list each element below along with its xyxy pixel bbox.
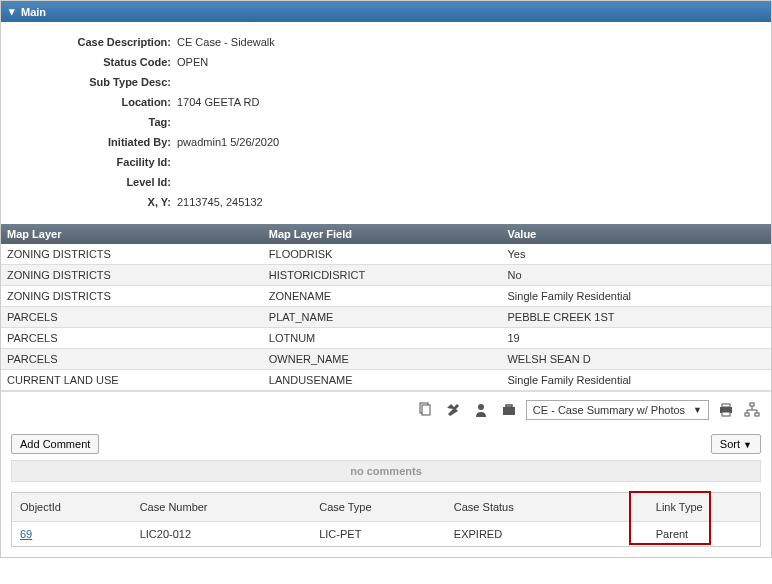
- sort-button[interactable]: Sort ▼: [711, 434, 761, 454]
- svg-rect-4: [506, 405, 512, 407]
- detail-row: Sub Type Desc:: [17, 72, 755, 92]
- caret-down-icon: ▼: [743, 440, 752, 450]
- detail-label: Case Description:: [17, 36, 177, 48]
- detail-label: Facility Id:: [17, 156, 177, 168]
- table-row: PARCELSOWNER_NAMEWELSH SEAN D: [1, 349, 771, 370]
- linked-cases-grid: ObjectId Case Number Case Type Case Stat…: [12, 493, 760, 546]
- detail-value: OPEN: [177, 56, 208, 68]
- detail-value: 2113745, 245132: [177, 196, 263, 208]
- copy-icon[interactable]: [416, 401, 434, 419]
- table-row: ZONING DISTRICTSHISTORICDISRICTNo: [1, 265, 771, 286]
- col-map-layer[interactable]: Map Layer: [1, 224, 263, 244]
- detail-row: Case Description:CE Case - Sidewalk: [17, 32, 755, 52]
- col-case-status[interactable]: Case Status: [446, 493, 648, 522]
- detail-row: Facility Id:: [17, 152, 755, 172]
- panel-header[interactable]: ▾ Main: [1, 1, 771, 22]
- svg-rect-10: [755, 413, 759, 416]
- svg-rect-8: [750, 403, 754, 406]
- link-type-cell: Parent: [648, 522, 760, 547]
- add-comment-button[interactable]: Add Comment: [11, 434, 99, 454]
- detail-row: Level Id:: [17, 172, 755, 192]
- detail-label: X, Y:: [17, 196, 177, 208]
- col-case-type[interactable]: Case Type: [311, 493, 446, 522]
- detail-label: Tag:: [17, 116, 177, 128]
- case-type-cell: LIC-PET: [311, 522, 446, 547]
- svg-rect-1: [422, 405, 430, 415]
- detail-value: 1704 GEETA RD: [177, 96, 259, 108]
- detail-label: Initiated By:: [17, 136, 177, 148]
- detail-value: pwadmin1 5/26/2020: [177, 136, 279, 148]
- briefcase-icon[interactable]: [500, 401, 518, 419]
- col-link-type[interactable]: Link Type: [648, 493, 760, 522]
- detail-label: Level Id:: [17, 176, 177, 188]
- no-comments-banner: no comments: [11, 460, 761, 482]
- svg-rect-9: [745, 413, 749, 416]
- col-objectid[interactable]: ObjectId: [12, 493, 132, 522]
- main-panel: ▾ Main Case Description:CE Case - Sidewa…: [0, 0, 772, 558]
- person-icon[interactable]: [472, 401, 490, 419]
- map-layer-grid: Map Layer Map Layer Field Value ZONING D…: [1, 224, 771, 391]
- svg-point-2: [478, 404, 484, 410]
- case-status-cell: EXPIRED: [446, 522, 648, 547]
- toolbar: CE - Case Summary w/ Photos ▼: [1, 391, 771, 428]
- detail-label: Location:: [17, 96, 177, 108]
- table-row: CURRENT LAND USELANDUSENAMESingle Family…: [1, 370, 771, 391]
- svg-rect-3: [503, 407, 515, 415]
- detail-row: X, Y:2113745, 245132: [17, 192, 755, 212]
- comment-bar: Add Comment Sort ▼: [1, 428, 771, 460]
- hammer-icon[interactable]: [444, 401, 462, 419]
- detail-value: CE Case - Sidewalk: [177, 36, 275, 48]
- col-map-layer-field[interactable]: Map Layer Field: [263, 224, 502, 244]
- report-select[interactable]: CE - Case Summary w/ Photos ▼: [526, 400, 709, 420]
- collapse-icon: ▾: [9, 5, 15, 18]
- table-row: PARCELSPLAT_NAMEPEBBLE CREEK 1ST: [1, 307, 771, 328]
- table-row: 69 LIC20-012 LIC-PET EXPIRED Parent: [12, 522, 760, 547]
- caret-down-icon: ▼: [693, 405, 702, 415]
- table-row: ZONING DISTRICTSZONENAMESingle Family Re…: [1, 286, 771, 307]
- detail-label: Status Code:: [17, 56, 177, 68]
- case-number-cell: LIC20-012: [132, 522, 312, 547]
- table-row: PARCELSLOTNUM19: [1, 328, 771, 349]
- linked-cases-panel: ObjectId Case Number Case Type Case Stat…: [11, 492, 761, 547]
- objectid-link[interactable]: 69: [12, 522, 132, 547]
- detail-row: Tag:: [17, 112, 755, 132]
- detail-row: Initiated By:pwadmin1 5/26/2020: [17, 132, 755, 152]
- col-case-number[interactable]: Case Number: [132, 493, 312, 522]
- details-section: Case Description:CE Case - Sidewalk Stat…: [1, 22, 771, 224]
- svg-rect-6: [722, 404, 730, 407]
- svg-rect-7: [722, 412, 730, 416]
- print-icon[interactable]: [717, 401, 735, 419]
- table-row: ZONING DISTRICTSFLOODRISKYes: [1, 244, 771, 265]
- report-select-label: CE - Case Summary w/ Photos: [533, 404, 685, 416]
- hierarchy-icon[interactable]: [743, 401, 761, 419]
- col-value[interactable]: Value: [501, 224, 771, 244]
- detail-row: Status Code:OPEN: [17, 52, 755, 72]
- detail-row: Location:1704 GEETA RD: [17, 92, 755, 112]
- panel-title: Main: [21, 6, 46, 18]
- detail-label: Sub Type Desc:: [17, 76, 177, 88]
